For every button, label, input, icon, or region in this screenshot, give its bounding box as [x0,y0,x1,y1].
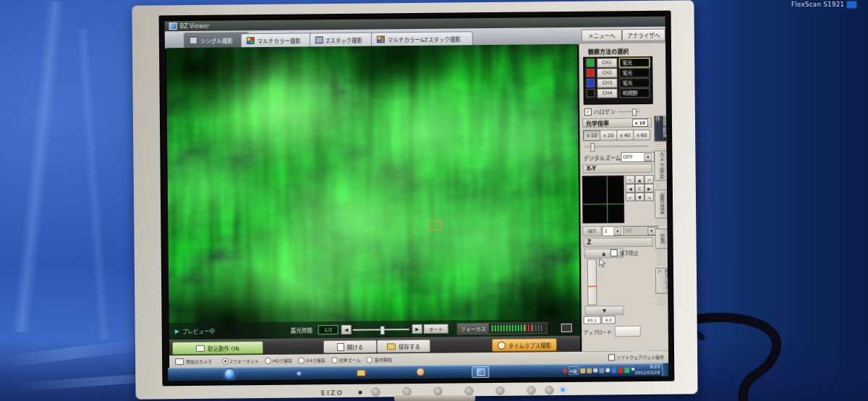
digital-zoom-dropdown[interactable]: OFF ▼ [621,152,654,162]
option-hq-save[interactable]: HQで保存 [265,358,292,364]
tray-folder-icon[interactable] [580,368,585,373]
option-g4-save[interactable]: G4で保存 [298,357,326,363]
side-tab-image-quality[interactable]: 画質改善 [655,190,668,219]
software-pad-option[interactable]: ソフトウェアパッド操作 [608,354,664,361]
exposure-slider[interactable] [353,329,409,331]
tab-single-capture[interactable]: シングル撮影 [184,32,249,48]
stage-sw-button[interactable]: ↙ [626,193,635,201]
save-button[interactable]: 保存する [377,339,430,353]
option-format[interactable]: 2フォーマット [222,358,259,364]
mag-x10-button[interactable]: x 10 [583,130,600,141]
stage-nw-button[interactable]: ↖ [626,175,635,184]
mag-x40-button[interactable]: x 40 [616,130,634,140]
internet-explorer-icon[interactable]: e [291,368,307,378]
bezel-button-3[interactable] [433,387,442,396]
ch4-value[interactable]: 明視野 [620,88,650,97]
ch4-button[interactable]: CH4 [597,88,618,98]
z-slider-track[interactable] [587,259,597,305]
ch1-button[interactable]: CH1 [597,58,617,67]
magnification-slider-thumb[interactable] [590,143,595,152]
halogen-slider-thumb[interactable] [632,109,637,116]
media-player-icon[interactable] [412,367,428,377]
start-button[interactable] [224,368,236,380]
xy-stage-map[interactable] [582,175,625,224]
analyzer-button[interactable]: アナライザへ [622,29,665,42]
stage-center-button[interactable]: C [635,184,644,193]
capture-toggle-button[interactable]: 取込動作 ON [172,341,263,355]
ch2-value[interactable]: 蛍光 [619,67,650,77]
exposure-decrease-button[interactable]: ◀ [341,325,352,334]
radio-icon[interactable] [265,358,271,364]
stage-up-button[interactable]: ▲ [635,175,644,184]
fullscreen-icon[interactable] [561,323,572,332]
channel-row-ch1[interactable]: CH1 蛍光 [584,57,652,68]
ch1-value[interactable]: 蛍光 [619,57,650,67]
halogen-checkbox[interactable]: ✓ [584,108,592,115]
xy-index-dropdown[interactable]: 1 ▼ [602,226,624,236]
halogen-slider[interactable] [618,111,639,112]
show-desktop-button[interactable] [662,363,668,376]
help-icon[interactable]: ? [593,368,597,373]
side-tab-microscope-operation[interactable]: 顕微鏡操作 [654,116,668,142]
side-tab-options[interactable]: オプション [655,268,668,294]
magnification-buttons: x 10 x 20 x 40 x 60 [580,130,652,140]
network-icon[interactable] [611,368,616,373]
menu-button[interactable]: メニューへ [582,29,622,42]
ime-indicator[interactable]: A般 [569,366,579,375]
open-button[interactable]: 開ける [323,340,377,354]
save-button-label: 保存する [399,342,420,350]
stage-right-button[interactable]: ▶ [644,184,654,193]
radio-icon[interactable] [222,358,229,364]
taskbar-clock[interactable]: 8:23 2012/03/28 [635,364,660,376]
power-button[interactable] [545,386,553,394]
xy-set-button[interactable]: SET [582,227,601,237]
channel-row-ch3[interactable]: CH3 蛍光 [584,77,652,88]
stage-ne-button[interactable]: ↗ [644,175,654,184]
bezel-button-4[interactable] [464,387,473,395]
radio-icon[interactable] [366,357,373,363]
z-down-button[interactable]: ▼ [584,305,624,316]
ch3-value[interactable]: 蛍光 [619,77,650,87]
xy-step-dropdown[interactable]: 50 ▼ [623,226,658,236]
radio-icon[interactable] [298,357,305,363]
stage-down-button[interactable]: ▼ [635,193,644,201]
bz-viewer-taskbar-icon[interactable] [472,366,489,378]
auto-exposure-button[interactable]: オート [424,324,448,334]
side-tab-camera-settings[interactable]: カメラ設定 [654,151,668,181]
speaker-icon[interactable] [605,368,610,372]
channel-row-ch2[interactable]: CH2 蛍光 [584,67,652,78]
mag-x20-button[interactable]: x 20 [600,130,617,140]
tray-alert-icon[interactable] [618,368,623,373]
channel-row-ch4[interactable]: CH4 明視野 [584,88,652,98]
tray-app-icon[interactable] [624,368,629,373]
explorer-folder-icon[interactable] [353,368,369,378]
ch3-button[interactable]: CH3 [597,78,617,88]
tab-zstack-capture[interactable]: Zスタック撮影 [310,32,379,46]
tray-folder-icon[interactable] [587,368,592,373]
option-exposure[interactable]: 露光時間 [366,356,391,363]
exposure-value: 1/2 [318,325,339,334]
radio-icon[interactable] [331,357,338,363]
roi-selection-box[interactable] [428,221,441,230]
exposure-increase-button[interactable]: ▶ [412,324,422,334]
notification-icon[interactable] [563,368,567,373]
timelapse-button[interactable]: タイムラプス撮影 [492,338,557,352]
ch2-button[interactable]: CH2 [597,68,617,77]
tab-multicolor-capture[interactable]: マルチカラー撮影 [241,33,318,47]
bezel-button-5[interactable] [495,387,504,395]
software-pad-checkbox[interactable] [608,354,615,360]
stage-se-button[interactable]: ↘ [644,193,654,201]
side-tab-measurement[interactable]: 計測 [655,229,668,249]
option-optical-zoom[interactable]: 光学ズーム [331,357,361,363]
tab-multicolor-zstack-capture[interactable]: マルチカラー&Zスタック撮影 [371,31,473,46]
bezel-button-1[interactable] [371,387,380,396]
mag-x60-button[interactable]: x 60 [633,130,650,140]
fall-prevention-checkbox[interactable] [610,249,618,256]
bezel-button-6[interactable] [527,386,535,394]
upload-button[interactable] [615,326,641,337]
stage-left-button[interactable]: ◀ [626,184,635,193]
exposure-slider-thumb[interactable] [380,326,385,334]
live-image-viewport[interactable]: ▶ プレビュー中 露光時間 1/2 ◀ ▶ オート フォーカス [166,44,580,339]
magnification-slider[interactable] [584,145,648,148]
tray-status-icon[interactable] [599,368,604,373]
